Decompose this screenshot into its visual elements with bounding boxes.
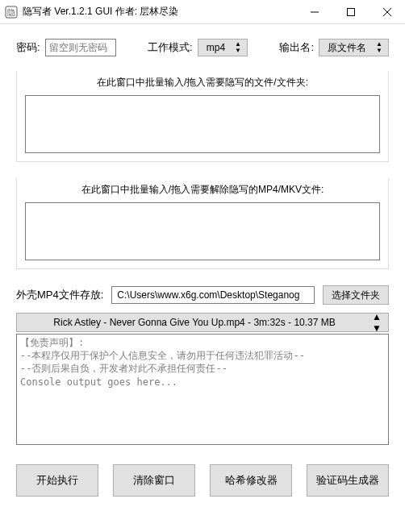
reveal-section-title: 在此窗口中批量输入/拖入需要解除隐写的MP4/MKV文件: (17, 178, 388, 202)
mode-label: 工作模式: (148, 40, 193, 55)
password-input[interactable] (45, 39, 116, 56)
updown-icon: ▲▼ (376, 41, 382, 54)
updown-icon: ▲▼ (235, 41, 240, 54)
hash-button[interactable]: 哈希修改器 (210, 464, 292, 497)
minimize-button[interactable] (296, 0, 332, 23)
output-label: 输出名: (279, 40, 314, 55)
reveal-drop-area[interactable] (25, 202, 380, 260)
hide-drop-area[interactable] (25, 95, 380, 153)
app-icon: 隐 (5, 6, 18, 19)
mode-dropdown[interactable]: mp4 ▲▼ (198, 39, 248, 56)
output-value: 原文件名 (328, 41, 366, 55)
close-button[interactable] (369, 0, 405, 23)
hide-section: 在此窗口中批量输入/拖入需要隐写的文件/文件夹: (16, 71, 389, 162)
password-label: 密码: (16, 40, 40, 55)
window-title: 隐写者 Ver.1.2.1 GUI 作者: 层林尽染 (23, 5, 296, 19)
hide-section-title: 在此窗口中批量输入/拖入需要隐写的文件/文件夹: (17, 71, 388, 94)
browse-button[interactable]: 选择文件夹 (323, 285, 389, 305)
top-row: 密码: 工作模式: mp4 ▲▼ 输出名: 原文件名 ▲▼ (16, 39, 389, 56)
file-info-bar[interactable]: Rick Astley - Never Gonna Give You Up.mp… (16, 313, 389, 332)
file-info-text: Rick Astley - Never Gonna Give You Up.mp… (23, 317, 365, 328)
console-output: 【免责声明】: --本程序仅用于保护个人信息安全，请勿用于任何违法犯罪活动-- … (16, 334, 389, 445)
shell-path-input[interactable] (111, 286, 315, 304)
svg-rect-3 (347, 8, 354, 15)
reveal-section: 在此窗口中批量输入/拖入需要解除隐写的MP4/MKV文件: (16, 178, 389, 269)
clear-button[interactable]: 清除窗口 (113, 464, 195, 497)
window-controls (296, 0, 405, 23)
mode-value: mp4 (207, 42, 225, 53)
maximize-button[interactable] (332, 0, 369, 23)
titlebar: 隐 隐写者 Ver.1.2.1 GUI 作者: 层林尽染 (0, 0, 405, 24)
start-button[interactable]: 开始执行 (16, 464, 98, 497)
shell-path-row: 外壳MP4文件存放: 选择文件夹 (16, 285, 389, 305)
output-dropdown[interactable]: 原文件名 ▲▼ (319, 39, 389, 56)
shell-label: 外壳MP4文件存放: (16, 288, 103, 302)
svg-text:隐: 隐 (7, 8, 15, 17)
captcha-button[interactable]: 验证码生成器 (307, 464, 389, 497)
updown-icon: ▲▼ (372, 311, 382, 334)
bottom-buttons: 开始执行 清除窗口 哈希修改器 验证码生成器 (16, 464, 389, 497)
